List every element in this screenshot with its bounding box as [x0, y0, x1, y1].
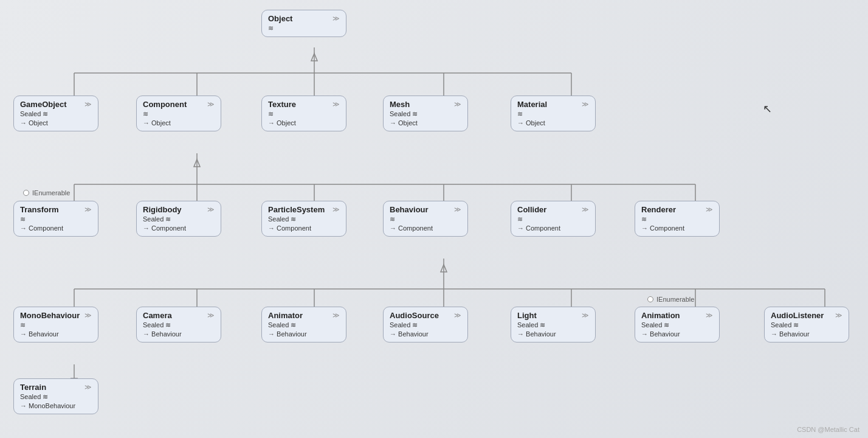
- node-parent-rigidbody: Component: [143, 224, 215, 232]
- node-icon-texture: ≋: [268, 110, 340, 118]
- svg-marker-26: [441, 265, 447, 272]
- node-icon-collider: ≋: [517, 215, 589, 223]
- node-icon-behaviour: ≋: [390, 215, 461, 223]
- node-light[interactable]: Light ≫ Sealed ≋ Behaviour: [511, 307, 596, 342]
- node-title-light: Light: [517, 311, 537, 320]
- node-header-particlesystem: ParticleSystem ≫: [268, 205, 340, 214]
- chevron-icon-renderer: ≫: [706, 206, 713, 214]
- node-transform[interactable]: Transform ≫ ≋ Component: [13, 201, 98, 237]
- node-title-rigidbody: Rigidbody: [143, 205, 182, 214]
- node-title-terrain: Terrain: [20, 383, 46, 392]
- node-header-behaviour: Behaviour ≫: [390, 205, 461, 214]
- chevron-icon-mesh: ≫: [454, 100, 461, 108]
- node-behaviour[interactable]: Behaviour ≫ ≋ Component: [383, 201, 468, 237]
- node-title-audiosource: AudioSource: [390, 311, 439, 320]
- chevron-icon-texture: ≫: [332, 100, 340, 108]
- node-title-audiolistener: AudioListener: [771, 311, 824, 320]
- node-parent-audiolistener: Behaviour: [771, 330, 842, 338]
- node-audiolistener[interactable]: AudioListener ≫ Sealed ≋ Behaviour: [764, 307, 849, 342]
- node-icon-material: ≋: [517, 110, 589, 118]
- node-monobehaviour[interactable]: MonoBehaviour ≫ ≋ Behaviour: [13, 307, 98, 342]
- node-animation[interactable]: Animation ≫ Sealed ≋ Behaviour: [635, 307, 720, 342]
- node-icon-object: ≋: [268, 24, 340, 32]
- chevron-icon-animation: ≫: [706, 311, 713, 319]
- diagram-container: Object ≫ ≋ GameObject ≫ Sealed ≋ Object …: [0, 0, 868, 438]
- node-title-object: Object: [268, 14, 292, 23]
- node-parent-collider: Component: [517, 224, 589, 232]
- node-sealed-light: Sealed ≋: [517, 321, 589, 329]
- svg-marker-16: [194, 159, 200, 167]
- node-sealed-terrain: Sealed ≋: [20, 393, 92, 401]
- node-title-particlesystem: ParticleSystem: [268, 205, 325, 214]
- node-particlesystem[interactable]: ParticleSystem ≫ Sealed ≋ Component: [261, 201, 346, 237]
- node-audiosource[interactable]: AudioSource ≫ Sealed ≋ Behaviour: [383, 307, 468, 342]
- chevron-icon-audiosource: ≫: [454, 311, 461, 319]
- node-sealed-particlesystem: Sealed ≋: [268, 215, 340, 223]
- node-sealed-rigidbody: Sealed ≋: [143, 215, 215, 223]
- node-header-renderer: Renderer ≫: [641, 205, 713, 214]
- node-header-audiolistener: AudioListener ≫: [771, 311, 842, 320]
- node-animator[interactable]: Animator ≫ Sealed ≋ Behaviour: [261, 307, 346, 342]
- node-gameobject[interactable]: GameObject ≫ Sealed ≋ Object: [13, 96, 98, 131]
- node-icon-component: ≋: [143, 110, 215, 118]
- node-header-collider: Collider ≫: [517, 205, 589, 214]
- chevron-icon-light: ≫: [582, 311, 589, 319]
- chevron-icon-collider: ≫: [582, 206, 589, 214]
- node-title-animator: Animator: [268, 311, 303, 320]
- chevron-icon-monobehaviour: ≫: [84, 311, 92, 319]
- node-sealed-audiosource: Sealed ≋: [390, 321, 461, 329]
- node-terrain[interactable]: Terrain ≫ Sealed ≋ MonoBehaviour: [13, 378, 98, 414]
- node-title-transform: Transform: [20, 205, 59, 214]
- node-sealed-mesh: Sealed ≋: [390, 110, 461, 118]
- node-parent-transform: Component: [20, 224, 92, 232]
- node-header-light: Light ≫: [517, 311, 589, 320]
- node-title-animation: Animation: [641, 311, 680, 320]
- chevron-icon-object: ≫: [332, 15, 340, 23]
- chevron-icon-rigidbody: ≫: [207, 206, 215, 214]
- node-parent-audiosource: Behaviour: [390, 330, 461, 338]
- node-texture[interactable]: Texture ≫ ≋ Object: [261, 96, 346, 131]
- node-title-camera: Camera: [143, 311, 172, 320]
- node-sealed-animator: Sealed ≋: [268, 321, 340, 329]
- node-rigidbody[interactable]: Rigidbody ≫ Sealed ≋ Component: [136, 201, 221, 237]
- node-parent-material: Object: [517, 119, 589, 127]
- node-sealed-gameobject: Sealed ≋: [20, 110, 92, 118]
- node-header-terrain: Terrain ≫: [20, 383, 92, 392]
- node-mesh[interactable]: Mesh ≫ Sealed ≋ Object: [383, 96, 468, 131]
- node-title-component: Component: [143, 100, 187, 109]
- chevron-icon-audiolistener: ≫: [835, 311, 842, 319]
- node-header-camera: Camera ≫: [143, 311, 215, 320]
- node-collider[interactable]: Collider ≫ ≋ Component: [511, 201, 596, 237]
- node-header-rigidbody: Rigidbody ≫: [143, 205, 215, 214]
- node-title-gameobject: GameObject: [20, 100, 67, 109]
- node-sealed-camera: Sealed ≋: [143, 321, 215, 329]
- chevron-icon-material: ≫: [582, 100, 589, 108]
- chevron-icon-gameobject: ≫: [84, 100, 92, 108]
- node-header-monobehaviour: MonoBehaviour ≫: [20, 311, 92, 320]
- chevron-icon-behaviour: ≫: [454, 206, 461, 214]
- node-material[interactable]: Material ≫ ≋ Object: [511, 96, 596, 131]
- node-header-animator: Animator ≫: [268, 311, 340, 320]
- watermark: CSDN @Metallic Cat: [797, 426, 859, 433]
- chevron-icon-terrain: ≫: [84, 383, 92, 391]
- node-title-monobehaviour: MonoBehaviour: [20, 311, 80, 320]
- node-parent-animation: Behaviour: [641, 330, 713, 338]
- node-title-behaviour: Behaviour: [390, 205, 429, 214]
- node-header-object: Object ≫: [268, 14, 340, 23]
- node-camera[interactable]: Camera ≫ Sealed ≋ Behaviour: [136, 307, 221, 342]
- node-parent-monobehaviour: Behaviour: [20, 330, 92, 338]
- chevron-icon-transform: ≫: [84, 206, 92, 214]
- node-header-material: Material ≫: [517, 100, 589, 109]
- node-parent-gameobject: Object: [20, 119, 92, 127]
- node-header-audiosource: AudioSource ≫: [390, 311, 461, 320]
- node-header-component: Component ≫: [143, 100, 215, 109]
- chevron-icon-camera: ≫: [207, 311, 215, 319]
- node-header-animation: Animation ≫: [641, 311, 713, 320]
- node-component[interactable]: Component ≫ ≋ Object: [136, 96, 221, 131]
- node-object[interactable]: Object ≫ ≋: [261, 10, 346, 37]
- node-title-texture: Texture: [268, 100, 296, 109]
- ienumerable-circle-2: [647, 296, 653, 302]
- node-parent-particlesystem: Component: [268, 224, 340, 232]
- ienumerable-label-2: IEnumerable: [647, 296, 694, 303]
- node-renderer[interactable]: Renderer ≫ ≋ Component: [635, 201, 720, 237]
